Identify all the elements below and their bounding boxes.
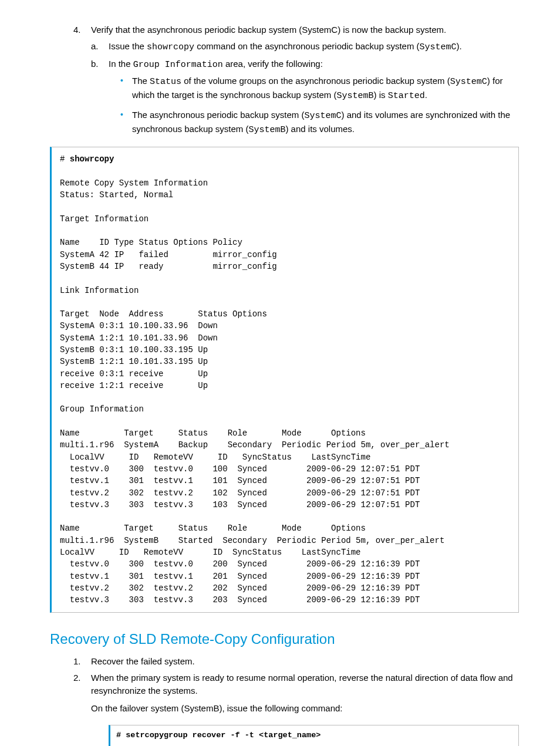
step-4-sublist: Issue the showrcopy command on the async… bbox=[91, 40, 519, 137]
recovery-step-2: When the primary system is ready to resu… bbox=[91, 671, 519, 714]
step-4b: In the Group Information area, verify th… bbox=[109, 58, 519, 137]
bullet-2: The asynchronous periodic backup system … bbox=[132, 109, 519, 137]
bullet-1: The Status of the volume groups on the a… bbox=[132, 75, 519, 103]
code-block-showrcopy: # showrcopy Remote Copy System Informati… bbox=[50, 147, 519, 612]
recovery-step-2-para: On the failover system (SystemB), issue … bbox=[91, 702, 519, 715]
recovery-list: Recover the failed system. When the prim… bbox=[50, 655, 519, 714]
step-4b-bullets: The Status of the volume groups on the a… bbox=[109, 75, 519, 136]
step-4-text: Verify that the asynchronous periodic ba… bbox=[91, 25, 446, 35]
code-block-body: Remote Copy System Information Status: S… bbox=[60, 178, 450, 605]
steps-list: Verify that the asynchronous periodic ba… bbox=[50, 23, 519, 136]
step-4a: Issue the showrcopy command on the async… bbox=[109, 40, 519, 54]
heading-recovery: Recovery of SLD Remote-Copy Configuratio… bbox=[50, 629, 519, 650]
step-4: Verify that the asynchronous periodic ba… bbox=[91, 23, 519, 136]
code-block-setrcopygroup: # setrcopygroup recover -f -t <target_na… bbox=[109, 725, 519, 746]
recovery-step-1: Recover the failed system. bbox=[91, 655, 519, 668]
